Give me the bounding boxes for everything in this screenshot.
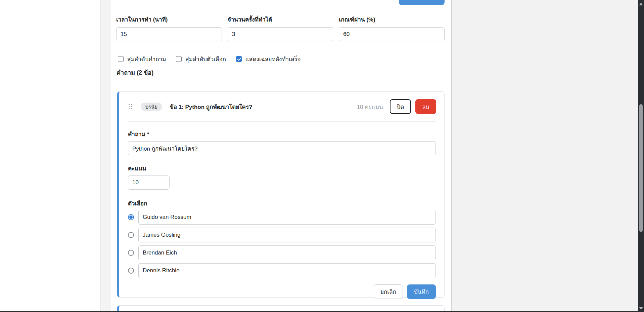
shuffle-choices-checkbox[interactable]	[176, 56, 182, 62]
choice-1-radio[interactable]	[128, 214, 134, 220]
attempts-field-group: จำนวนครั้งที่ทำได้	[228, 15, 333, 41]
time-limit-input[interactable]	[116, 27, 222, 41]
shuffle-questions-checkbox-item[interactable]: สุ่มลำดับคำถาม	[118, 54, 166, 64]
question-card-title: ข้อ 1: Python ถูกพัฒนาโดยใคร?	[170, 102, 252, 111]
scrollbar-thumb[interactable]	[639, 104, 643, 232]
choices-list	[128, 210, 436, 278]
browser-vertical-scrollbar[interactable]	[638, 0, 644, 311]
scrollbar-down-arrow-icon[interactable]	[639, 307, 643, 310]
choice-row-3	[128, 245, 436, 260]
question-card-footer: ยกเลิก บันทึก	[128, 284, 436, 299]
question-type-badge: ปรนัย	[141, 103, 163, 111]
cancel-button[interactable]: ยกเลิก	[374, 284, 403, 299]
choice-row-4	[128, 263, 436, 278]
pass-threshold-field-group: เกณฑ์ผ่าน (%)	[339, 15, 445, 41]
scrollbar-up-arrow-icon[interactable]	[639, 3, 643, 5]
quiz-editor-page: เวลาในการทำ (นาที) จำนวนครั้งที่ทำได้ เก…	[0, 0, 644, 312]
question-points-label: คะแนน	[128, 164, 436, 173]
choice-row-1	[128, 210, 436, 225]
question-text-label: คำถาม *	[128, 129, 436, 139]
quiz-settings-row: เวลาในการทำ (นาที) จำนวนครั้งที่ทำได้ เก…	[116, 15, 445, 41]
save-button[interactable]: บันทึก	[407, 284, 436, 299]
choice-row-2	[128, 228, 436, 242]
choice-3-radio[interactable]	[128, 250, 134, 256]
shuffle-questions-label: สุ่มลำดับคำถาม	[127, 54, 166, 64]
drag-handle-icon[interactable]	[129, 104, 132, 109]
choice-2-radio[interactable]	[128, 232, 134, 238]
choice-4-input[interactable]	[138, 263, 436, 278]
choice-2-input[interactable]	[138, 228, 436, 242]
collapse-question-button[interactable]: ปิด	[390, 99, 411, 114]
show-answers-label: แสดงเฉลยหลังทำเสร็จ	[245, 54, 301, 64]
shuffle-choices-label: สุ่มลำดับตัวเลือก	[185, 54, 226, 64]
choice-3-input[interactable]	[138, 245, 436, 260]
choices-label: ตัวเลือก	[128, 199, 436, 208]
right-background-pane	[452, 0, 638, 311]
shuffle-choices-checkbox-item[interactable]: สุ่มลำดับตัวเลือก	[176, 54, 226, 64]
shuffle-questions-checkbox[interactable]	[118, 56, 124, 62]
show-answers-checkbox-item[interactable]: แสดงเฉลยหลังทำเสร็จ	[236, 54, 301, 64]
question-card-header: ปรนัย ข้อ 1: Python ถูกพัฒนาโดยใคร? 10 ค…	[119, 92, 444, 121]
header-divider	[116, 8, 445, 8]
choice-1-input[interactable]	[138, 210, 436, 225]
pass-threshold-label: เกณฑ์ผ่าน (%)	[339, 15, 445, 24]
question-points-text: 10 คะแนน	[357, 102, 383, 111]
question-card-1: ปรนัย ข้อ 1: Python ถูกพัฒนาโดยใคร? 10 ค…	[117, 91, 445, 298]
question-card-body: คำถาม * คะแนน ตัวเลือก	[119, 122, 444, 299]
time-limit-label: เวลาในการทำ (นาที)	[116, 15, 222, 24]
attempts-input[interactable]	[228, 27, 333, 41]
show-answers-checkbox[interactable]	[236, 56, 242, 62]
quiz-option-checkboxes: สุ่มลำดับคำถาม สุ่มลำดับตัวเลือก แสดงเฉล…	[118, 54, 301, 64]
inner-scrollbar-gutter[interactable]	[100, 0, 111, 311]
attempts-label: จำนวนครั้งที่ทำได้	[228, 15, 333, 24]
primary-action-button[interactable]	[399, 0, 445, 5]
question-card-header-actions: 10 คะแนน ปิด ลบ	[357, 99, 436, 114]
delete-question-button[interactable]: ลบ	[415, 99, 436, 114]
time-limit-field-group: เวลาในการทำ (นาที)	[116, 15, 222, 41]
question-text-input[interactable]	[128, 141, 436, 155]
questions-count-heading: คำถาม (2 ข้อ)	[117, 68, 153, 77]
left-blank-pane	[0, 0, 100, 311]
quiz-form-panel: เวลาในการทำ (นาที) จำนวนครั้งที่ทำได้ เก…	[111, 0, 452, 311]
choice-4-radio[interactable]	[128, 268, 134, 274]
pass-threshold-input[interactable]	[339, 27, 445, 41]
question-points-input[interactable]	[128, 176, 170, 190]
